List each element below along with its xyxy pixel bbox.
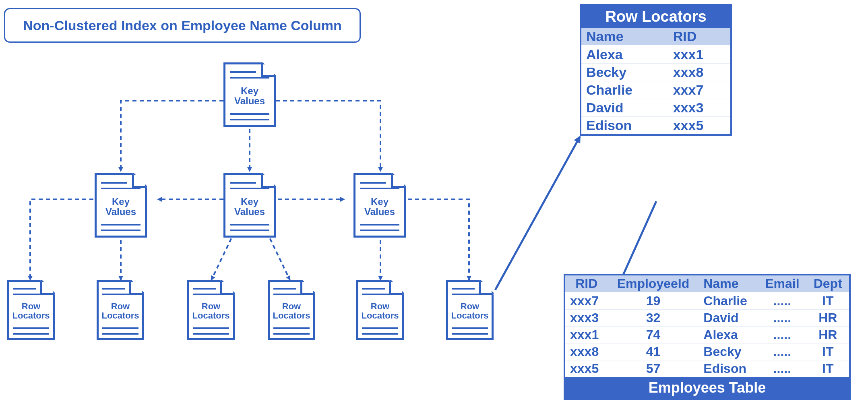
cell-dept: IT [807,292,849,310]
table-row: xxx3 32 David ..... HR [565,310,849,327]
tree-leaf-node: Row Locators [7,280,55,340]
diagram-title: Non-Clustered Index on Employee Name Col… [4,8,361,43]
cell-rid: xxx5 [565,360,608,377]
cell-dept: IT [807,343,849,360]
tree-leaf-node: Row Locators [187,280,235,340]
diagram-title-text: Non-Clustered Index on Employee Name Col… [23,18,342,33]
cell-rid: xxx3 [565,310,608,327]
cell-dept: HR [807,310,849,327]
cell-email: ..... [758,327,806,343]
table-row: xxx7 19 Charlie ..... IT [565,292,849,310]
tree-root-node: Key Values [223,62,276,127]
table-row: Becky xxx8 [581,64,730,81]
cell-rid: xxx7 [668,81,730,99]
cell-empid: 74 [608,327,699,343]
node-label: Row Locators [7,302,55,320]
node-label: Key Values [223,86,276,106]
node-label: Key Values [223,197,276,217]
cell-email: ..... [758,310,806,327]
tree-leaf-node: Row Locators [97,280,144,340]
node-label: Row Locators [187,302,235,320]
cell-empid: 32 [608,310,699,327]
cell-name: Alexa [699,327,758,343]
tree-mid-node: Key Values [353,173,406,238]
column-header: EmployeeId [608,275,699,292]
tree-leaf-node: Row Locators [268,280,315,340]
tree-mid-node: Key Values [223,173,276,238]
table-row: xxx8 41 Becky ..... IT [565,343,849,360]
cell-dept: IT [807,360,849,377]
cell-empid: 57 [608,360,699,377]
cell-email: ..... [758,360,806,377]
cell-rid: xxx5 [668,117,730,134]
table-header-row: RID EmployeeId Name Email Dept [565,275,849,292]
cell-name: Charlie [699,292,758,310]
tree-leaf-node: Row Locators [356,280,404,340]
cell-name: Edison [581,117,668,134]
table-row: Edison xxx5 [581,117,730,134]
cell-name: David [581,99,668,117]
row-locators-table: Row Locators Name RID Alexa xxx1 Becky x… [580,4,732,136]
table-row: David xxx3 [581,99,730,117]
column-header: Name [699,275,758,292]
cell-name: Edison [699,360,758,377]
column-header: RID [668,28,730,46]
cell-name: Alexa [581,46,668,64]
cell-name: Becky [581,64,668,81]
table-title: Row Locators [581,6,730,28]
cell-rid: xxx1 [668,46,730,64]
node-label: Row Locators [446,302,494,320]
cell-name: Becky [699,343,758,360]
cell-rid: xxx7 [565,292,608,310]
cell-rid: xxx3 [668,99,730,117]
cell-rid: xxx8 [668,64,730,81]
cell-empid: 41 [608,343,699,360]
cell-dept: HR [807,327,849,343]
cell-name: David [699,310,758,327]
tree-leaf-node: Row Locators [446,280,494,340]
table-row: xxx1 74 Alexa ..... HR [565,327,849,343]
node-label: Row Locators [268,302,315,320]
column-header: Email [758,275,806,292]
employees-table: RID EmployeeId Name Email Dept xxx7 19 C… [564,274,851,400]
table-title: Employees Table [565,377,849,399]
table-row: Alexa xxx1 [581,46,730,64]
column-header: Name [581,28,668,46]
table-row: Charlie xxx7 [581,81,730,99]
column-header: RID [565,275,608,292]
table-row: xxx5 57 Edison ..... IT [565,360,849,377]
cell-rid: xxx1 [565,327,608,343]
table-header-row: Name RID [581,28,730,46]
node-label: Key Values [353,197,406,217]
node-label: Row Locators [356,302,404,320]
cell-email: ..... [758,292,806,310]
cell-empid: 19 [608,292,699,310]
cell-rid: xxx8 [565,343,608,360]
node-label: Row Locators [97,302,144,320]
tree-mid-node: Key Values [95,173,147,238]
cell-name: Charlie [581,81,668,99]
column-header: Dept [807,275,849,292]
cell-email: ..... [758,343,806,360]
node-label: Key Values [95,197,147,217]
